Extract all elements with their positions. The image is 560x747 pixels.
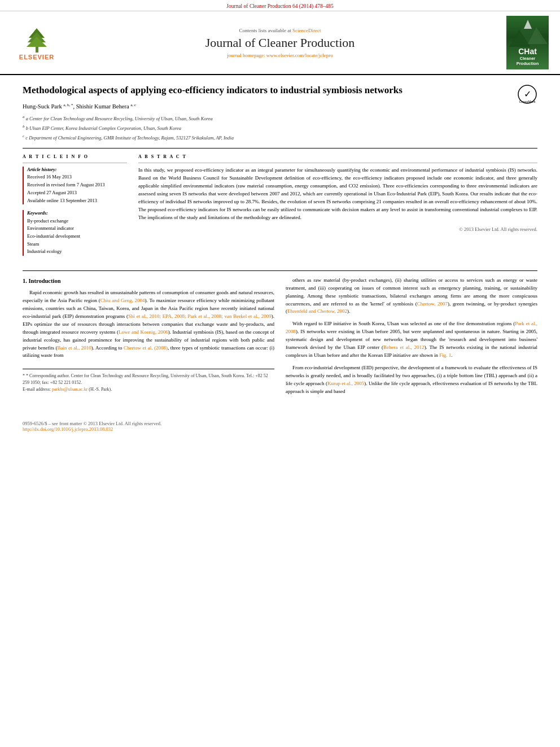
cleaner-production-badge: CHat Cleaner Production xyxy=(506,16,549,69)
article-info-heading: A R T I C L E I N F O xyxy=(23,154,127,159)
abstract-text: In this study, we proposed eco-efficienc… xyxy=(138,167,537,222)
info-abstract-section: A R T I C L E I N F O Article history: R… xyxy=(23,154,537,261)
keyword-5: Industrial ecology xyxy=(27,248,127,256)
intro-para-4: From eco-industrial development (EID) pe… xyxy=(286,364,537,396)
copyright-line: © 2013 Elsevier Ltd. All rights reserved… xyxy=(138,226,537,232)
keyword-3: Eco-industrial development xyxy=(27,233,127,241)
article-history-label: Article history: xyxy=(27,167,127,172)
ref-lowe-koenig[interactable]: Lowe and Koenig, 2006 xyxy=(119,329,168,335)
article-content: ✓ CrossMark Methodological aspects of ap… xyxy=(0,75,560,412)
affiliation-a: a a Center for Clean Technology and Reso… xyxy=(23,114,537,123)
elsevier-tree-icon xyxy=(19,25,55,54)
keyword-2: Environmental indicator xyxy=(27,225,127,233)
ref-ehrenfeld[interactable]: Ehrenfeld and Chertow, 2002 xyxy=(287,308,347,314)
section-number: 1. xyxy=(23,278,27,284)
divider-abstract xyxy=(138,163,537,163)
svg-text:✓: ✓ xyxy=(524,89,531,99)
journal-citation: Journal of Cleaner Production 64 (2014) … xyxy=(226,3,333,9)
cleaner-production-badge-area: CHat Cleaner Production xyxy=(498,16,549,69)
issn-line: 0959-6526/$ – see front matter © 2013 El… xyxy=(23,421,537,426)
svg-rect-0 xyxy=(36,47,38,53)
keywords-label: Keywords: xyxy=(27,210,127,216)
body-left-column: 1. Introduction Rapid economic growth ha… xyxy=(23,277,274,400)
abstract-heading: A B S T R A C T xyxy=(138,154,537,159)
divider-2 xyxy=(23,270,537,271)
body-content: 1. Introduction Rapid economic growth ha… xyxy=(23,277,537,400)
received-revised-date: Received in revised form 7 August 2013 xyxy=(27,182,127,189)
author-names: Hung-Suck Park a, b, *, Shishir Kumar Be… xyxy=(23,103,136,110)
ref-park-2008[interactable]: Park et al., 2008 xyxy=(286,321,537,334)
ref-bain[interactable]: Bain et al., 2010 xyxy=(58,345,91,351)
doi-line: http://dx.doi.org/10.1016/j.jclepro.2013… xyxy=(23,426,537,432)
bottom-bar: 0959-6526/$ – see front matter © 2013 El… xyxy=(0,417,560,435)
doi-link[interactable]: http://dx.doi.org/10.1016/j.jclepro.2013… xyxy=(23,426,113,432)
keywords-list: By-product exchange Environmental indica… xyxy=(27,217,127,256)
journal-homepage: journal homepage: www.elsevier.com/locat… xyxy=(62,53,498,58)
available-online-date: Available online 13 September 2013 xyxy=(27,198,127,204)
intro-para-2: others as raw material (by-product excha… xyxy=(286,277,537,316)
ref-chiu-geng[interactable]: Chiu and Geng, 2004 xyxy=(100,298,145,303)
article-history-block: Article history: Received 16 May 2013 Re… xyxy=(23,167,127,204)
affiliation-c: c c Department of Chemical Engineering, … xyxy=(23,133,537,142)
ref-chertow-2007[interactable]: Chertow, 2007 xyxy=(417,301,448,307)
section-1-title: 1. Introduction xyxy=(23,277,274,286)
footnote-email: E-mail address: parkhs@ulsan.ac.kr (H.-S… xyxy=(23,386,274,393)
article-info-column: A R T I C L E I N F O Article history: R… xyxy=(23,154,127,261)
accepted-date: Accepted 27 August 2013 xyxy=(27,190,127,196)
divider-info xyxy=(23,163,127,163)
email-link[interactable]: parkhs@ulsan.ac.kr xyxy=(52,387,88,392)
journal-title: Journal of Cleaner Production xyxy=(62,36,498,50)
ref-shi-2010[interactable]: Shi et al., 2010; EPA, 2008; Park et al.… xyxy=(128,313,272,319)
ref-fig1[interactable]: Fig. 1 xyxy=(439,352,451,358)
journal-citation-bar: Journal of Cleaner Production 64 (2014) … xyxy=(0,0,560,11)
affiliations: a a Center for Clean Technology and Reso… xyxy=(23,114,537,141)
journal-header: ELSEVIER Contents lists available at Sci… xyxy=(0,11,560,75)
elsevier-logo-area: ELSEVIER xyxy=(11,25,62,60)
keywords-block: Keywords: By-product exchange Environmen… xyxy=(23,210,127,256)
section-title-text: Introduction xyxy=(29,278,61,284)
abstract-column: A B S T R A C T In this study, we propos… xyxy=(138,154,537,261)
crossmark-icon: ✓ CrossMark xyxy=(517,84,537,104)
badge-chat-text: CHat xyxy=(518,47,537,56)
svg-text:CrossMark: CrossMark xyxy=(519,100,536,103)
ref-chertow-2008[interactable]: Chertow et al. (2008) xyxy=(124,345,168,351)
footnote-corresponding: * * Corresponding author. Center for Cle… xyxy=(23,373,274,386)
sciencedirect-link[interactable]: ScienceDirect xyxy=(292,28,321,33)
ref-behera-2012[interactable]: Behera et al., 2012 xyxy=(383,344,425,350)
divider-1 xyxy=(23,148,537,148)
keyword-4: Steam xyxy=(27,241,127,248)
affiliation-b: b b Ulsan EIP Center, Korea Industrial C… xyxy=(23,124,537,132)
badge-mountain-icon xyxy=(506,19,549,50)
body-right-column: others as raw material (by-product excha… xyxy=(286,277,537,400)
intro-para-3: With regard to EIP initiative in South K… xyxy=(286,320,537,360)
ref-kurup[interactable]: Kurup et al., 2005 xyxy=(327,381,364,386)
keyword-1: By-product exchange xyxy=(27,217,127,225)
badge-cleaner-text: Cleaner Production xyxy=(517,56,539,67)
article-title: Methodological aspects of applying eco-e… xyxy=(23,84,537,97)
sciencedirect-line: Contents lists available at ScienceDirec… xyxy=(62,28,498,33)
authors-line: Hung-Suck Park a, b, *, Shishir Kumar Be… xyxy=(23,103,537,110)
received-date: Received 16 May 2013 xyxy=(27,174,127,181)
elsevier-text: ELSEVIER xyxy=(19,54,54,60)
footnote-area: * * Corresponding author. Center for Cle… xyxy=(23,369,274,393)
journal-center-info: Contents lists available at ScienceDirec… xyxy=(62,28,498,58)
intro-para-1: Rapid economic growth has resulted in un… xyxy=(23,289,274,360)
